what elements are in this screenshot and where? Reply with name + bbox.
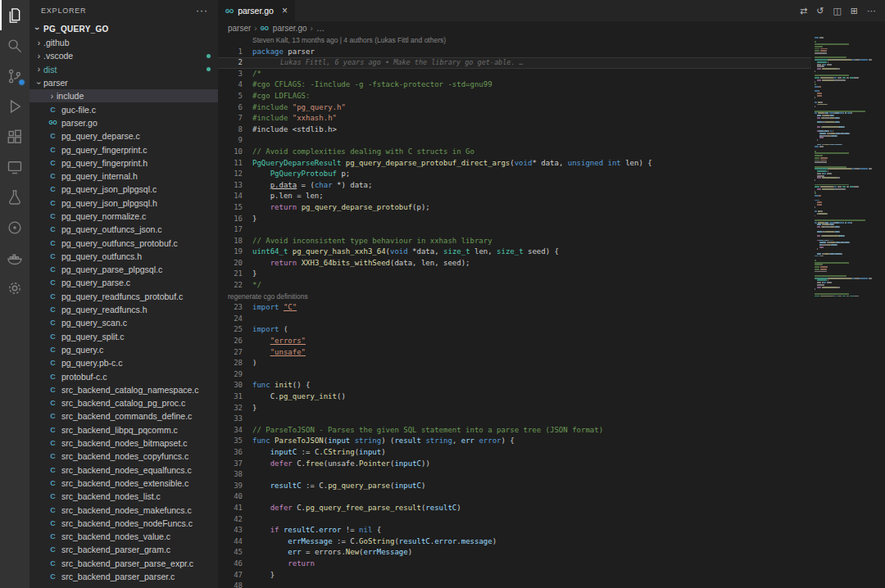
tree-folder-github[interactable]: ›.github [30,36,218,49]
code-line[interactable]: 23import "C" [218,302,811,314]
code-line[interactable]: 25import ( [218,324,811,336]
code-line[interactable]: 3/* [218,69,811,80]
tree-file-src-backend-nodes-copyfuncs-c[interactable]: Csrc_backend_nodes_copyfuncs.c [30,450,218,463]
tree-file-pg-query-outfuncs-h[interactable]: Cpg_query_outfuncs.h [30,250,218,263]
breadcrumb-item-parser-go[interactable]: parser.go [273,24,307,33]
tree-folder-include[interactable]: ›include [30,89,218,102]
code-line[interactable]: 5#cgo LDFLAGS: [218,91,811,102]
tree-file-src-backend-libpq-pqcomm-c[interactable]: Csrc_backend_libpq_pqcomm.c [30,423,218,436]
code-line[interactable]: 11PgQueryDeparseResult pg_query_deparse_… [218,158,811,170]
tree-file-src-backend-catalog-pg-proc-c[interactable]: Csrc_backend_catalog_pg_proc.c [30,396,218,409]
tree-folder-parser[interactable]: ›parser [30,76,218,89]
source-control-icon[interactable] [0,61,30,91]
code-line[interactable]: 13 p.data = (char *) data; [218,180,811,192]
tree-file-src-backend-nodes-nodefuncs-c[interactable]: Csrc_backend_nodes_nodeFuncs.c [30,517,218,530]
tree-file-pg-query-outfuncs-json-c[interactable]: Cpg_query_outfuncs_json.c [30,223,218,236]
tree-file-pg-query-fingerprint-h[interactable]: Cpg_query_fingerprint.h [30,156,218,170]
more-actions-icon[interactable]: ··· [196,5,208,16]
regenerate-cgo-lens[interactable]: regenerate cgo definitions [228,292,308,303]
code-line[interactable]: 30func init() { [218,380,811,391]
code-line[interactable]: 47 } [218,570,811,581]
code-line[interactable]: 48 [218,581,811,588]
project-section-header[interactable]: › PG_QUERY_GO [30,21,218,36]
code-line[interactable]: 18// Avoid inconsistent type behaviour i… [218,236,811,247]
code-line[interactable]: 33 [218,414,811,425]
tree-file-src-backend-catalog-namespace-c[interactable]: Csrc_backend_catalog_namespace.c [30,383,218,396]
code-line[interactable]: 17 [218,224,811,236]
code-line[interactable]: 12 PgQueryProtobuf p; [218,169,811,180]
breadcrumb-item-[interactable]: … [316,24,324,33]
code-line[interactable]: 16} [218,214,811,225]
code-line[interactable]: 10// Avoid complexities dealing with C s… [218,147,811,158]
codelens-row[interactable]: regenerate cgo definitions [218,292,811,303]
code-editor[interactable]: Steven Kalt, 13 months ago | 4 authors (… [218,35,811,588]
code-line[interactable]: 44 errMessage := C.GoString(resultC.erro… [218,536,811,548]
tree-file-src-backend-nodes-makefuncs-c[interactable]: Csrc_backend_nodes_makefuncs.c [30,503,218,516]
tree-file-src-backend-nodes-equalfuncs-c[interactable]: Csrc_backend_nodes_equalfuncs.c [30,464,218,477]
code-line[interactable]: 32} [218,403,811,414]
minimap[interactable] [811,35,885,588]
code-line[interactable]: 21} [218,269,811,280]
tree-file-src-backend-parser-parse-expr-c[interactable]: Csrc_backend_parser_parse_expr.c [30,557,218,570]
close-icon[interactable]: × [282,5,288,16]
explorer-icon[interactable] [0,0,30,30]
tree-file-pg-query-parse-c[interactable]: Cpg_query_parse.c [30,276,218,289]
tree-file-src-backend-nodes-list-c[interactable]: Csrc_backend_nodes_list.c [30,490,218,503]
tree-file-pg-query-readfuncs-h[interactable]: Cpg_query_readfuncs.h [30,303,218,316]
code-line[interactable]: 35func ParseToJSON(input string) (result… [218,436,811,447]
code-line[interactable]: 20 return XXH3_64bits_withSeed(data, len… [218,258,811,269]
code-line[interactable]: 15 return pg_query_deparse_protobuf(p); [218,202,811,214]
code-line[interactable]: 8#include <stdlib.h> [218,124,811,136]
breadcrumb-item-parser[interactable]: parser [228,24,251,33]
code-line[interactable]: 26 "errors" [218,336,811,347]
tree-file-pg-query-deparse-c[interactable]: Cpg_query_deparse.c [30,129,218,142]
code-line[interactable]: 37 defer C.free(unsafe.Pointer(inputC)) [218,459,811,470]
code-line[interactable]: 1package parser [218,47,811,58]
testing-icon[interactable] [0,182,30,212]
tree-file-pg-query-json-plpgsql-h[interactable]: Cpg_query_json_plpgsql.h [30,197,218,210]
code-line[interactable]: 40 [218,491,811,503]
more-actions-icon[interactable]: ⋯ [867,6,876,16]
tree-file-pg-query-split-c[interactable]: Cpg_query_split.c [30,330,218,343]
tree-file-parser-go[interactable]: GOparser.go [30,116,218,129]
code-line[interactable]: 22*/ [218,280,811,292]
code-line[interactable]: 36 inputC := C.CString(input) [218,447,811,459]
layout-grid-icon[interactable]: ⊞ [851,6,858,16]
blame-authors-lens[interactable]: Steven Kalt, 13 months ago | 4 authors (… [252,35,446,47]
tree-file-src-backend-nodes-value-c[interactable]: Csrc_backend_nodes_value.c [30,530,218,543]
tree-file-src-backend-nodes-bitmapset-c[interactable]: Csrc_backend_nodes_bitmapset.c [30,436,218,450]
code-line[interactable]: 45 err = errors.New(errMessage) [218,547,811,559]
code-line[interactable]: 39 resultC := C.pg_query_parse(inputC) [218,481,811,492]
tree-file-pg-query-outfuncs-protobuf-c[interactable]: Cpg_query_outfuncs_protobuf.c [30,236,218,249]
tree-file-src-backend-commands-define-c[interactable]: Csrc_backend_commands_define.c [30,409,218,423]
code-line[interactable]: 6#include "pg_query.h" [218,102,811,114]
tree-file-pg-query-json-plpgsql-c[interactable]: Cpg_query_json_plpgsql.c [30,183,218,196]
code-line[interactable]: 46 return [218,559,811,570]
code-line[interactable]: 19uint64_t pg_query_hash_xxh3_64(void *d… [218,247,811,258]
tree-file-pg-query-internal-h[interactable]: Cpg_query_internal.h [30,170,218,183]
tree-folder-dist[interactable]: ›dist [30,63,218,76]
code-line[interactable]: 31 C.pg_query_init() [218,391,811,403]
code-line[interactable]: 38 [218,469,811,481]
gitlens-icon[interactable] [0,212,30,242]
tree-file-guc-file-c[interactable]: Cguc-file.c [30,102,218,115]
remote-explorer-icon[interactable] [0,152,30,182]
run-and-debug-icon[interactable] [0,91,30,121]
code-line[interactable]: 7#include "xxhash.h" [218,113,811,124]
code-line[interactable]: 28) [218,358,811,369]
tree-file-pg-query-parse-plpgsql-c[interactable]: Cpg_query_parse_plpgsql.c [30,263,218,276]
settings-gear-icon[interactable] [0,273,30,303]
code-line[interactable]: 24 [218,314,811,325]
code-line[interactable]: 27 "unsafe" [218,347,811,359]
codelens-row[interactable]: Steven Kalt, 13 months ago | 4 authors (… [218,35,811,47]
code-line[interactable]: 9 [218,135,811,147]
open-changes-icon[interactable]: ↺ [816,6,824,16]
tree-folder-vscode[interactable]: ›.vscode [30,49,218,62]
tree-file-src-backend-parser-gram-c[interactable]: Csrc_backend_parser_gram.c [30,543,218,556]
search-icon[interactable] [0,30,30,61]
tree-file-pg-query-readfuncs-protobuf-c[interactable]: Cpg_query_readfuncs_protobuf.c [30,290,218,303]
tree-file-pg-query-c[interactable]: Cpg_query.c [30,343,218,356]
tab-parser-go[interactable]: GO parser.go × [218,0,295,21]
tree-file-pg-query-fingerprint-c[interactable]: Cpg_query_fingerprint.c [30,142,218,156]
tree-file-pg-query-pb-c-c[interactable]: Cpg_query.pb-c.c [30,356,218,369]
